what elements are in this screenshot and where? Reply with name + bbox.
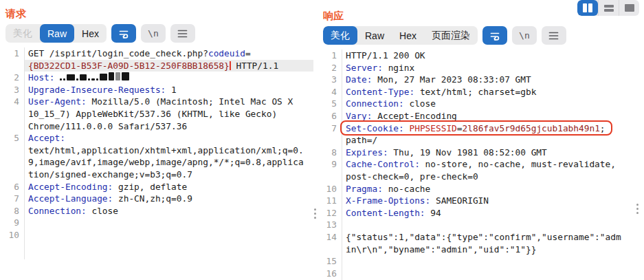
line-content: HTTP/1.1 200 OK [342,50,639,62]
code-line[interactable]: 15 [323,255,639,268]
code-line[interactable]: 4Content-Type: text/html; charset=gbk [323,86,639,98]
line-number [323,244,342,256]
response-panel: 响应 美化 Raw Hex 页面渲染 \n [323,6,639,280]
tab-render[interactable]: 页面渲染 [424,26,478,45]
code-line[interactable]: 6Accept-Encoding: gzip, deflate [5,181,313,193]
code-line[interactable]: 13 [323,219,639,231]
line-number: 1 [323,50,342,62]
line-content: Content-Length: 94 [342,207,639,219]
code-line[interactable]: 5Accept: [5,132,313,144]
menu-button[interactable] [170,24,195,43]
line-content: X-Frame-Options: SAMEORIGIN [342,195,639,207]
line-number: 7 [323,122,342,135]
line-content: Vary: Accept-Encoding [342,110,639,122]
tab-beautify[interactable]: 美化 [5,24,40,43]
line-number [5,108,24,120]
code-line[interactable]: 4User-Agent: Mozilla/5.0 (Macintosh; Int… [5,96,313,108]
code-line[interactable]: 10 [5,229,313,241]
code-line[interactable]: 9 [5,217,313,229]
tab-raw[interactable]: Raw [40,24,74,43]
line-number: 3 [5,84,24,96]
line-content: Set-Cookie: PHPSESSID=2l86fav5r9d65gjcub… [342,122,639,135]
request-panel-title: 请求 [5,6,313,22]
layout-switcher [577,0,639,16]
tab-hex[interactable]: Hex [392,26,424,45]
code-line[interactable]: 12Content-Length: 94 [323,207,639,219]
redacted-block [60,78,62,80]
line-number: 13 [323,219,342,231]
code-line[interactable]: in\r\n","byname":"admin","uid":"1"}} [323,244,639,256]
line-content: User-Agent: Mozilla/5.0 (Macintosh; Inte… [24,96,313,108]
code-line[interactable]: 1GET /ispirit/login_code_check.php?codeu… [5,47,313,60]
code-line[interactable]: 2Server: nginx [323,62,639,74]
line-content: 9,image/avif,image/webp,image/apng,*/*;q… [24,156,313,169]
line-content: Host: [24,72,313,84]
line-content: tion/signed-exchange;v=b3;q=0.7 [24,169,313,181]
layout-split-rows-button[interactable] [598,0,619,16]
tab-raw[interactable]: Raw [357,26,392,45]
hamburger-menu-icon [177,30,188,38]
code-line[interactable]: 2Host: [5,72,313,84]
redacted-block [91,78,95,80]
layout-single-pane-button[interactable] [619,0,639,16]
newline-toggle[interactable]: \n [512,26,537,45]
code-line[interactable]: path=/ [323,134,639,147]
word-wrap-toggle[interactable] [111,24,136,43]
word-wrap-toggle[interactable] [482,26,507,45]
code-line[interactable]: 10_15_7) AppleWebKit/537.36 (KHTML, like… [5,108,313,120]
code-line[interactable]: 5Connection: close [323,98,639,110]
request-editor[interactable]: 1GET /ispirit/login_code_check.php?codeu… [5,47,313,259]
code-line[interactable]: text/html,application/xhtml+xml,applicat… [5,144,313,157]
code-line[interactable]: {BD322CD1-B53F-A09D-5B12-250F8BB18658} H… [5,60,313,72]
request-panel: 请求 美化 Raw Hex \n [5,6,313,259]
line-number [323,134,342,147]
line-number: 12 [323,207,342,219]
code-line[interactable]: 10Pragma: no-cache [323,183,639,195]
line-number [5,60,24,72]
code-line[interactable]: post-check=0, pre-check=0 [323,171,639,183]
line-number: 14 [323,231,342,244]
code-line[interactable]: 16 [323,268,639,280]
line-content: Cache-Control: no-store, no-cache, must-… [342,158,639,171]
redacted-block [109,72,114,80]
code-line[interactable]: 8Expires: Thu, 19 Nov 1981 08:52:00 GMT [323,147,639,159]
code-line[interactable]: 6Vary: Accept-Encoding [323,110,639,122]
line-number: 9 [5,217,24,229]
code-line[interactable]: 3Date: Mon, 27 Mar 2023 08:33:07 GMT [323,74,639,86]
code-line[interactable]: 3Upgrade-Insecure-Requests: 1 [5,84,313,96]
code-line[interactable]: 9Cache-Control: no-store, no-cache, must… [323,158,639,171]
layout-split-columns-button[interactable] [577,0,598,16]
line-content: Server: nginx [342,62,639,74]
line-number: 3 [323,74,342,86]
code-line[interactable]: 14{"status":1,"data":{"type":"confirm","… [323,231,639,244]
code-line[interactable]: 9,image/avif,image/webp,image/apng,*/*;q… [5,156,313,169]
newline-label: \n [148,28,159,39]
line-number [5,156,24,169]
code-line[interactable]: Chrome/111.0.0.0 Safari/537.36 [5,120,313,133]
code-line[interactable]: 7Set-Cookie: PHPSESSID=2l86fav5r9d65gjcu… [323,122,639,135]
code-line[interactable]: 1HTTP/1.1 200 OK [323,50,639,62]
line-content [24,229,313,241]
code-line[interactable]: 11X-Frame-Options: SAMEORIGIN [323,195,639,207]
code-line[interactable]: 7Accept-Language: zh-CN,zh;q=0.9 [5,193,313,205]
single-pane-icon [625,4,634,12]
line-number: 8 [5,205,24,217]
tab-hex[interactable]: Hex [74,24,107,43]
line-content: Date: Mon, 27 Mar 2023 08:33:07 GMT [342,74,639,86]
panel-resize-handle-right[interactable] [636,204,639,214]
line-number [5,169,24,181]
code-line[interactable]: 8Connection: close [5,205,313,217]
newline-toggle[interactable]: \n [141,24,166,43]
tab-beautify[interactable]: 美化 [323,26,357,45]
word-wrap-icon [489,30,500,41]
line-number [5,120,24,133]
newline-label: \n [519,30,530,41]
menu-button[interactable] [542,26,566,45]
line-number: 10 [5,229,24,241]
line-content [24,217,313,229]
panel-resize-handle-left[interactable] [314,208,316,219]
line-content: Chrome/111.0.0.0 Safari/537.36 [24,120,313,133]
response-editor[interactable]: 1HTTP/1.1 200 OK2Server: nginx3Date: Mon… [323,50,639,280]
line-content: Accept: [24,132,313,144]
code-line[interactable]: tion/signed-exchange;v=b3;q=0.7 [5,169,313,181]
